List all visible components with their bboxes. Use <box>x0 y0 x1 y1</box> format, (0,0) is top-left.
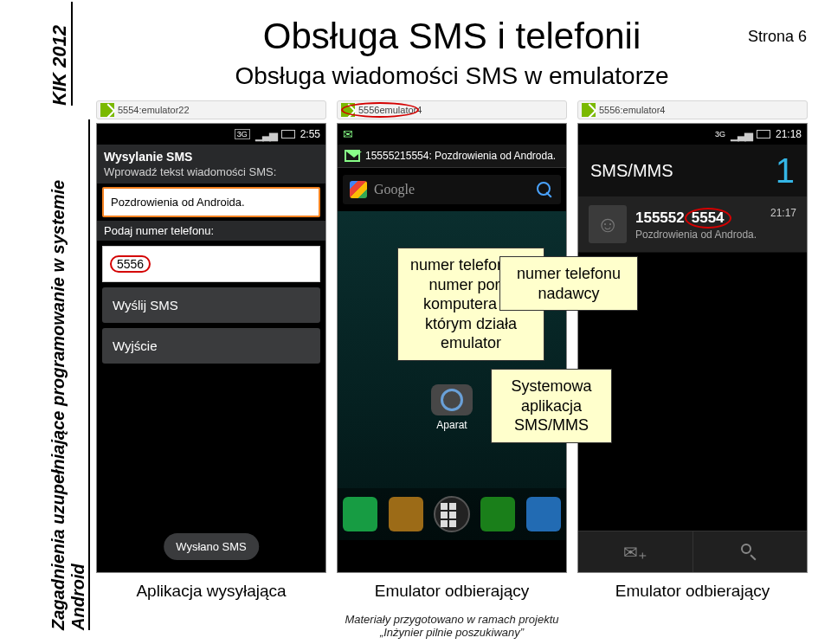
dock-browser-icon[interactable] <box>526 497 561 531</box>
network-3g-icon: 3G <box>715 130 725 138</box>
statusbar: ✉ <box>338 124 566 145</box>
phone-col-2: 5556emulator4 ✉ 15555215554: Pozdrowieni… <box>337 100 567 573</box>
sms-text-input[interactable]: Pozdrowienia od Androida. <box>102 187 320 217</box>
slide-content: Strona 6 Obsługa SMS i telefonii Obsługa… <box>81 0 822 644</box>
sms-app-header: SMS/MMS 1 <box>578 145 807 196</box>
callout-system-sms-app: Systemowa aplikacja SMS/MMS <box>491 369 612 443</box>
page-subtitle: Obsługa wiadomości SMS w emulatorze <box>81 62 822 90</box>
callout-sender-number: numer telefonu nadawcy <box>499 256 638 311</box>
status-time: 2:55 <box>300 128 320 140</box>
sidebar-kik: KIK 2012 <box>48 2 73 106</box>
footer: Materiały przygotowano w ramach projektu… <box>81 613 822 639</box>
sms-preview: Pozdrowienia od Androda. <box>635 229 770 241</box>
page-title: Obsługa SMS i telefonii <box>81 16 822 57</box>
camera-icon <box>431 384 473 415</box>
footer-line-1: Materiały przygotowano w ramach projektu <box>81 613 822 626</box>
emulator-port-highlight <box>341 102 419 118</box>
caption-3: Emulator odbierający <box>577 582 808 601</box>
signal-icon: ▁▃▅ <box>255 128 276 141</box>
sender-number-highlight: 5554 <box>685 208 731 229</box>
network-3g-icon: 3G <box>235 129 250 139</box>
contact-avatar-icon: ☺ <box>589 205 627 243</box>
sms-sent-toast: Wysłano SMS <box>164 533 259 560</box>
search-sms-button[interactable] <box>693 531 808 572</box>
send-sms-button[interactable]: Wyślij SMS <box>102 287 320 323</box>
camera-label: Aparat <box>431 419 473 431</box>
dock-app-drawer-icon[interactable] <box>434 496 470 532</box>
dock <box>338 488 566 540</box>
emulator-tab-1[interactable]: 5554:emulator22 <box>96 100 326 119</box>
sms-info: 1555525554 Pozdrowienia od Androda. <box>635 208 770 241</box>
app-title: Wysylanie SMS <box>104 150 319 164</box>
sms-unread-count: 1 <box>776 151 795 190</box>
google-label: Google <box>374 182 415 197</box>
dock-messages-icon[interactable] <box>480 497 515 531</box>
sms-sender: 1555525554 <box>635 208 770 229</box>
camera-app[interactable]: Aparat <box>431 384 473 431</box>
signal-icon: ▁▃▅ <box>731 128 751 141</box>
sms-time: 21:17 <box>770 207 796 219</box>
captions-row: Aplikacja wysyłająca Emulator odbierając… <box>81 582 822 601</box>
page-number: Strona 6 <box>748 28 807 46</box>
search-icon <box>535 180 554 199</box>
envelope-icon <box>345 150 360 162</box>
app-prompt: Wprowadź tekst wiadomości SMS: <box>104 165 319 178</box>
statusbar: 3G ▁▃▅ 21:18 <box>578 124 807 145</box>
caption-1: Aplikacja wysyłająca <box>96 582 326 601</box>
sms-conversation-row[interactable]: ☺ 1555525554 Pozdrowienia od Androda. 21… <box>578 196 807 253</box>
phone-number-highlight: 5556 <box>110 255 151 273</box>
compose-sms-button[interactable]: ✉₊ <box>578 531 693 572</box>
emulator-tab-label: 5554:emulator22 <box>118 105 190 115</box>
battery-icon <box>757 130 770 138</box>
sms-notification[interactable]: 15555215554: Pozdrowienia od Androda. <box>338 145 566 168</box>
dock-contacts-icon[interactable] <box>389 497 423 531</box>
emulator-tab-3[interactable]: 5556:emulator4 <box>577 100 808 119</box>
app-header: Wysylanie SMS Wprowadź tekst wiadomości … <box>97 145 325 184</box>
footer-line-2: „Inżynier pilnie poszukiwany” <box>81 626 822 639</box>
android-icon <box>582 103 596 117</box>
sender-number-prefix: 155552 <box>635 209 685 226</box>
sidebar: KIK 2012 Zagadnienia uzupełniające progr… <box>0 0 62 644</box>
sms-app-title: SMS/MMS <box>590 161 673 181</box>
phone-frame-1: 3G ▁▃▅ 2:55 Wysylanie SMS Wprowadź tekst… <box>96 123 326 573</box>
emulator-tab-label: 5556:emulator4 <box>599 105 665 115</box>
emulator-tab-2[interactable]: 5556emulator4 <box>337 100 567 119</box>
notification-text: 15555215554: Pozdrowienia od Androda. <box>365 150 556 162</box>
sms-notif-icon: ✉ <box>343 127 353 141</box>
status-time: 21:18 <box>776 128 802 140</box>
exit-button[interactable]: Wyjście <box>102 328 320 364</box>
android-icon <box>100 103 114 117</box>
google-search-bar[interactable]: Google <box>343 175 561 204</box>
phone-frame-3: 3G ▁▃▅ 21:18 SMS/MMS 1 ☺ 1555525554 Pozd <box>577 123 808 573</box>
dock-phone-icon[interactable] <box>343 497 377 531</box>
battery-icon <box>281 130 295 138</box>
sms-bottom-bar: ✉₊ <box>578 531 807 572</box>
google-icon <box>350 181 367 198</box>
phone-number-input[interactable]: 5556 <box>102 246 320 282</box>
caption-2: Emulator odbierający <box>337 582 567 601</box>
phone-number-label: Podaj numer telefonu: <box>97 221 325 241</box>
phone-col-3: 5556:emulator4 3G ▁▃▅ 21:18 SMS/MMS 1 ☺ <box>577 100 808 573</box>
statusbar: 3G ▁▃▅ 2:55 <box>97 124 325 145</box>
phone-col-1: 5554:emulator22 3G ▁▃▅ 2:55 Wysylanie SM… <box>96 100 326 573</box>
